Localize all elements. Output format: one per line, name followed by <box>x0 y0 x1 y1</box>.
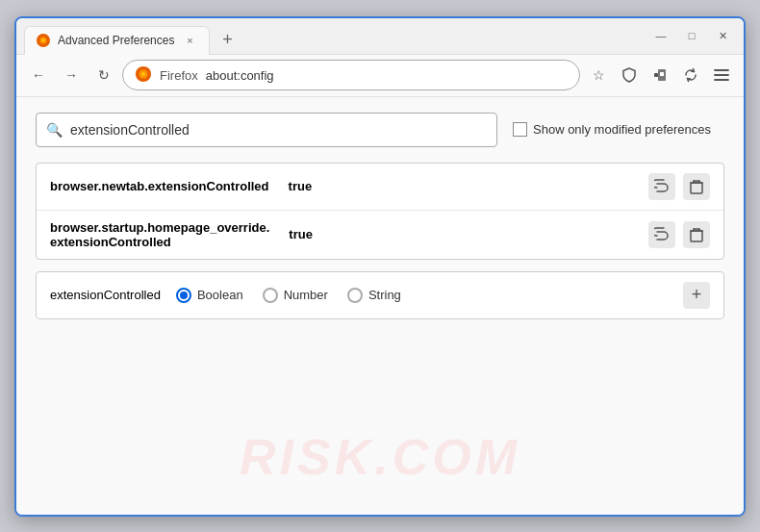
shield-button[interactable] <box>615 61 644 89</box>
svg-point-2 <box>42 39 45 42</box>
extension-icon <box>652 67 668 83</box>
show-modified-label: Show only modified preferences <box>533 122 711 137</box>
watermark: RISK.COM <box>240 428 520 486</box>
delete-icon <box>690 227 703 242</box>
row-actions <box>648 221 710 248</box>
radio-string-label: String <box>368 288 401 302</box>
svg-rect-12 <box>691 183 702 193</box>
restore-button[interactable]: □ <box>678 25 705 46</box>
extension-button[interactable] <box>646 61 674 89</box>
pref-name-line1: browser.startup.homepage_override. <box>50 220 269 235</box>
reset-icon <box>654 179 670 194</box>
firefox-logo <box>135 65 152 86</box>
content-area: RISK.COM 🔍 Show only modified preference… <box>16 97 744 515</box>
add-plus-button[interactable]: + <box>683 282 710 309</box>
add-pref-name: extensionControlled <box>50 288 161 302</box>
pref-name-line2: extensionControlled <box>50 235 269 249</box>
nav-icons: ☆ <box>584 61 736 89</box>
menu-button[interactable] <box>707 61 736 89</box>
close-button[interactable]: ✕ <box>709 25 736 46</box>
table-row: browser.startup.homepage_override. exten… <box>37 211 723 259</box>
radio-boolean-dot <box>180 291 188 299</box>
radio-number-circle <box>263 288 278 303</box>
browser-window: Advanced Preferences × + — □ ✕ ← → ↻ Fir… <box>14 16 746 517</box>
delete-icon <box>690 179 703 194</box>
new-tab-button[interactable]: + <box>214 27 241 54</box>
tab-favicon <box>37 34 50 47</box>
reload-button[interactable]: ↻ <box>89 61 118 89</box>
show-modified-row: Show only modified preferences <box>513 122 711 137</box>
delete-button[interactable] <box>683 173 710 200</box>
pref-name: browser.newtab.extensionControlled <box>50 179 269 193</box>
firefox-address-icon <box>135 65 152 83</box>
results-table: browser.newtab.extensionControlled true <box>36 163 724 260</box>
shield-icon <box>621 67 637 83</box>
add-preference-row: extensionControlled Boolean Number Strin… <box>36 271 724 319</box>
radio-string[interactable]: String <box>347 288 401 303</box>
tab-title: Advanced Preferences <box>58 34 174 47</box>
svg-point-5 <box>141 72 145 76</box>
delete-button[interactable] <box>683 221 710 248</box>
radio-boolean[interactable]: Boolean <box>176 288 243 303</box>
search-box[interactable]: 🔍 <box>36 113 497 147</box>
sync-button[interactable] <box>676 61 705 89</box>
title-bar: Advanced Preferences × + — □ ✕ <box>16 18 744 55</box>
row-actions <box>648 173 710 200</box>
back-button[interactable]: ← <box>24 61 53 89</box>
radio-number[interactable]: Number <box>263 288 328 303</box>
search-icon: 🔍 <box>46 122 63 138</box>
pref-name-multiline: browser.startup.homepage_override. exten… <box>50 220 269 249</box>
type-radio-group: Boolean Number String <box>176 288 668 303</box>
tab-area: Advanced Preferences × + <box>24 18 647 54</box>
minimize-button[interactable]: — <box>647 25 674 46</box>
url-text: about:config <box>206 68 274 83</box>
window-controls: — □ ✕ <box>647 25 736 46</box>
nav-bar: ← → ↻ Firefox about:config ☆ <box>16 55 744 97</box>
bookmark-button[interactable]: ☆ <box>584 61 613 89</box>
sync-icon <box>683 67 698 83</box>
radio-string-circle <box>347 288 363 303</box>
address-bar[interactable]: Firefox about:config <box>122 60 580 90</box>
radio-boolean-circle <box>176 288 191 303</box>
firefox-icon <box>37 32 50 49</box>
pref-value: true <box>289 227 313 241</box>
search-row: 🔍 Show only modified preferences <box>36 113 724 147</box>
radio-boolean-label: Boolean <box>197 288 243 302</box>
svg-rect-8 <box>660 72 664 76</box>
forward-button[interactable]: → <box>57 61 86 89</box>
menu-icon <box>714 68 729 82</box>
search-input[interactable] <box>70 122 487 138</box>
reset-button[interactable] <box>648 173 675 200</box>
radio-number-label: Number <box>284 288 328 302</box>
active-tab[interactable]: Advanced Preferences × <box>24 26 210 55</box>
site-name: Firefox <box>160 68 198 83</box>
show-modified-checkbox[interactable] <box>513 122 527 137</box>
table-row: browser.newtab.extensionControlled true <box>37 164 723 211</box>
svg-rect-6 <box>654 73 658 77</box>
reset-icon <box>654 227 670 242</box>
pref-value: true <box>289 179 313 193</box>
svg-rect-17 <box>691 231 702 241</box>
tab-close-button[interactable]: × <box>182 33 197 48</box>
reset-button[interactable] <box>648 221 675 248</box>
